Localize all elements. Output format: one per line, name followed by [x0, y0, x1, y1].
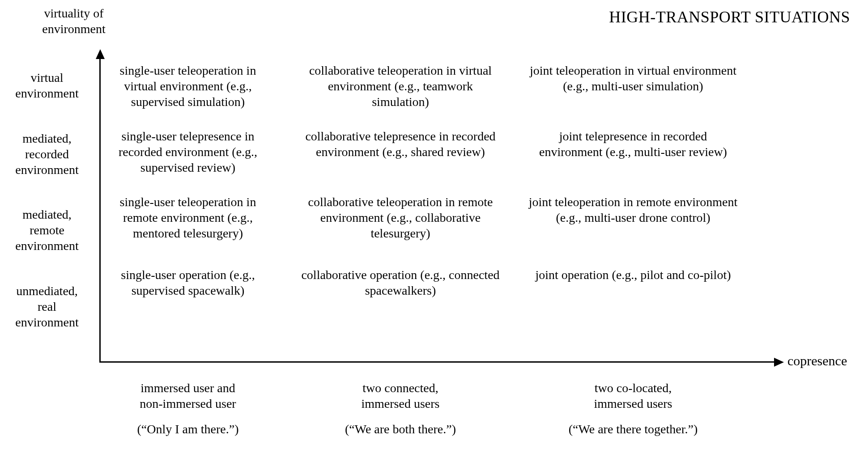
- cell-r3c1: collaborative operation (e.g., connected…: [300, 260, 501, 305]
- cell-r0c1: collaborative teleoperation in virtual e…: [300, 63, 501, 110]
- cell-r3c0: single-user operation (e.g., supervised …: [103, 260, 273, 305]
- y-tick-text: environment: [15, 315, 79, 329]
- cell-text: joint teleoperation: [529, 195, 621, 209]
- x-axis-title: copresence: [787, 352, 847, 369]
- x-tick-text: two connected,: [362, 381, 438, 395]
- cell-text: collaborative operation: [301, 268, 417, 282]
- x-axis-arrow-icon: [774, 358, 784, 367]
- y-tick-text: mediated,: [22, 207, 72, 221]
- y-tick-recorded: mediated, recorded environment: [0, 131, 94, 178]
- x-tick-colocated: two co-located, immersed users (“We are …: [528, 380, 738, 437]
- y-tick-text: remote: [30, 223, 64, 237]
- cell-text: in virtual environment: [625, 63, 736, 77]
- cell-text: collaborative teleoperation: [308, 195, 442, 209]
- x-tick-text: two co-located,: [595, 381, 672, 395]
- cell-r0c2: joint teleoperation in virtual environme…: [528, 63, 738, 110]
- cell-text: single-user teleoperation: [120, 195, 243, 209]
- cell-text: single-user telepresence: [122, 129, 242, 143]
- y-axis-title-line1: virtuality of: [44, 6, 104, 20]
- cell-text: (e.g., multi-user simulation): [563, 79, 703, 93]
- cell-text: joint teleoperation: [530, 63, 621, 77]
- x-tick-text: immersed users: [362, 397, 440, 410]
- cell-r3c2: joint operation (e.g., pilot and co-pilo…: [528, 260, 738, 305]
- y-tick-remote: mediated, remote environment: [0, 207, 94, 254]
- y-tick-text: mediated,: [22, 131, 72, 145]
- x-tick-text: non-immersed user: [140, 397, 236, 410]
- cell-r1c2: joint telepresence in recorded environme…: [528, 128, 738, 175]
- y-tick-text: unmediated,: [16, 284, 78, 298]
- cell-r1c1: collaborative telepresence in recorded e…: [300, 128, 501, 175]
- cell-text: single-user teleoperation: [120, 63, 243, 77]
- cell-text: (e.g., multi-user review): [606, 145, 727, 159]
- cell-text: collaborative teleoperation: [309, 63, 443, 77]
- cell-text: (e.g., shared review): [383, 145, 485, 159]
- cell-r2c1: collaborative teleoperation in remote en…: [300, 194, 501, 241]
- y-axis-line: [99, 58, 101, 362]
- x-axis-line: [99, 361, 775, 363]
- y-tick-real: unmediated, real environment: [0, 283, 94, 330]
- cell-text: joint operation: [535, 268, 608, 282]
- y-axis-title: virtuality of environment: [0, 5, 148, 37]
- x-tick-labels: immersed user and non-immersed user (“On…: [103, 380, 774, 437]
- x-tick-single: immersed user and non-immersed user (“On…: [103, 380, 273, 437]
- cell-text: collaborative telepresence: [305, 129, 436, 143]
- y-axis-arrow-icon: [96, 49, 105, 59]
- cell-text: joint telepresence: [559, 129, 647, 143]
- cell-r2c0: single-user teleoperation in remote envi…: [103, 194, 273, 241]
- y-tick-text: virtual: [30, 71, 63, 85]
- x-tick-connected: two connected, immersed users (“We are b…: [300, 380, 501, 437]
- diagram-title: HIGH-TRANSPORT SITUATIONS: [609, 7, 850, 27]
- diagram-canvas: virtuality of environment HIGH-TRANSPORT…: [0, 0, 868, 457]
- y-tick-text: recorded: [25, 147, 69, 161]
- cell-text: in remote environment: [623, 195, 737, 209]
- cell-text: (e.g., multi-user drone control): [556, 211, 710, 224]
- y-tick-text: environment: [15, 163, 79, 177]
- y-axis-title-line2: environment: [42, 22, 106, 36]
- x-tick-subtext: (“Only I am there.”): [103, 421, 273, 437]
- x-tick-text: immersed users: [594, 397, 672, 410]
- matrix-grid: single-user teleoperation in virtual env…: [103, 63, 774, 305]
- cell-r2c2: joint teleoperation in remote environmen…: [528, 194, 738, 241]
- y-tick-virtual: virtual environment: [0, 70, 94, 101]
- cell-r0c0: single-user teleoperation in virtual env…: [103, 63, 273, 110]
- x-tick-subtext: (“We are there together.”): [528, 421, 738, 437]
- cell-text: single-user operation: [121, 268, 226, 282]
- y-tick-text: environment: [15, 86, 79, 100]
- cell-text: (e.g., collaborative telesurgery): [370, 211, 481, 240]
- cell-text: (e.g., pilot and co-pilot): [612, 268, 731, 282]
- y-tick-text: environment: [15, 239, 79, 253]
- cell-r1c0: single-user telepresence in recorded env…: [103, 128, 273, 175]
- x-tick-text: immersed user and: [140, 381, 235, 395]
- x-tick-subtext: (“We are both there.”): [300, 421, 501, 437]
- y-tick-text: real: [38, 300, 56, 313]
